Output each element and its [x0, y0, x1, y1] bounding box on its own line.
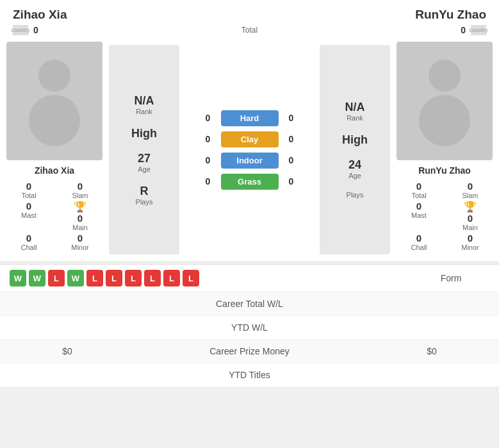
right-age-val: 24	[348, 158, 361, 172]
left-flag-total: country 0	[13, 25, 154, 35]
right-high-val: High	[342, 133, 368, 147]
left-rank-lbl: Rank	[136, 108, 152, 115]
career-total-label: Career Total W/L	[125, 299, 374, 309]
grass-score-left: 0	[202, 176, 215, 187]
prize-right: $0	[374, 346, 489, 356]
right-mast-val: 0	[416, 201, 421, 212]
right-chall-stat: 0 Chall	[397, 233, 441, 251]
names-bar: Zihao Xia RunYu Zhao	[0, 0, 499, 25]
right-player-name: RunYu Zhao	[345, 8, 486, 22]
form-label: Form	[413, 273, 489, 283]
right-slam-lbl: Slam	[462, 192, 478, 199]
prize-money-row: $0 Career Prize Money $0	[0, 339, 499, 363]
ytd-titles-row: YTD Titles	[0, 363, 499, 386]
left-avatar	[6, 42, 102, 160]
left-slam-val: 0	[78, 181, 83, 192]
career-total-row: Career Total W/L	[0, 292, 499, 315]
right-total-val: 0	[416, 181, 421, 192]
right-country-flag: country	[471, 25, 486, 35]
left-mast-lbl: Mast	[21, 212, 37, 219]
left-slam-stat: 0 Slam	[58, 181, 102, 199]
left-total-lbl: Total	[21, 192, 36, 199]
hard-button[interactable]: Hard	[221, 110, 279, 126]
left-age-val: 27	[138, 152, 151, 165]
right-player-name-card: RunYu Zhao	[418, 165, 471, 176]
left-trophy-icon: 🏆	[74, 201, 86, 213]
grass-button[interactable]: Grass	[221, 174, 279, 190]
right-player-card: RunYu Zhao 0 Total 0 Slam 0 Mast	[390, 42, 499, 258]
prize-label: Career Prize Money	[125, 346, 374, 356]
right-age-lbl: Age	[348, 172, 361, 179]
left-minor-stat: 0 Minor	[58, 233, 102, 251]
left-player-name: Zihao Xia	[13, 8, 154, 22]
right-high-stat: High	[342, 133, 368, 147]
left-age-lbl: Age	[138, 165, 151, 173]
top-section: Zihao Xia RunYu Zhao country 0 Total 0 c…	[0, 0, 499, 261]
hard-score-right: 0	[285, 113, 298, 123]
right-main-val: 0	[468, 213, 473, 224]
left-minor-lbl: Minor	[71, 244, 89, 251]
right-main-lbl: Main	[462, 224, 478, 231]
right-chall-val: 0	[416, 233, 421, 244]
left-minor-val: 0	[78, 233, 83, 244]
left-age-stat: 27 Age	[138, 152, 151, 173]
left-high-val: High	[131, 127, 157, 140]
left-mast-val: 0	[26, 201, 31, 212]
right-total-stat: 0 Total	[397, 181, 441, 199]
right-trophy-icon: 🏆	[464, 201, 477, 213]
left-total-score: 0	[33, 25, 38, 35]
court-row-grass: 0 Grass 0	[186, 174, 313, 190]
svg-point-0	[38, 60, 70, 92]
court-row-clay: 0 Clay 0	[186, 131, 313, 147]
right-rank-lbl: Rank	[347, 114, 363, 122]
right-total-score: 0	[461, 25, 466, 35]
left-player-name-card: Zihao Xia	[35, 165, 74, 176]
left-chall-val: 0	[26, 233, 31, 244]
left-main-val: 0	[78, 213, 83, 224]
right-plays-stat: Plays	[347, 191, 364, 199]
right-avatar	[397, 42, 493, 160]
ytd-wl-row: YTD W/L	[0, 315, 499, 339]
badge-2: L	[48, 270, 65, 286]
right-plays-lbl: Plays	[347, 191, 364, 199]
left-plays-val: R	[140, 185, 149, 198]
left-plays-lbl: Plays	[136, 198, 153, 206]
left-rank-stat: N/A Rank	[135, 94, 154, 115]
left-plays-stat: R Plays	[136, 185, 153, 206]
right-minor-val: 0	[468, 233, 473, 244]
right-rank-val: N/A	[345, 101, 365, 114]
clay-button[interactable]: Clay	[221, 131, 279, 147]
left-rank-val: N/A	[135, 94, 154, 108]
right-center-stats: N/A Rank High 24 Age Plays	[320, 45, 390, 254]
court-row-indoor: 0 Indoor 0	[186, 153, 313, 169]
badge-9: L	[183, 270, 199, 286]
hard-score-left: 0	[202, 113, 215, 123]
right-mast-stat: 0 Mast	[397, 201, 441, 231]
left-main-stat: 🏆 0 Main	[58, 201, 102, 231]
courts-section: 0 Hard 0 0 Clay 0 0 Indoor 0 0 Grass	[183, 42, 316, 258]
grass-score-right: 0	[285, 176, 298, 187]
left-mast-stat: 0 Mast	[6, 201, 51, 231]
indoor-score-right: 0	[285, 155, 298, 165]
badge-3: W	[67, 270, 84, 286]
right-total-lbl: Total	[411, 192, 426, 199]
clay-score-left: 0	[202, 134, 215, 144]
clay-score-right: 0	[285, 134, 298, 144]
right-minor-lbl: Minor	[461, 244, 479, 251]
right-player-stats: 0 Total 0 Slam 0 Mast 🏆 0 Main	[397, 181, 493, 251]
right-age-stat: 24 Age	[348, 158, 361, 179]
comparison-block: Zihao Xia 0 Total 0 Slam 0 Mast	[0, 42, 499, 258]
right-mast-lbl: Mast	[411, 212, 427, 219]
badge-6: L	[125, 270, 142, 286]
indoor-button[interactable]: Indoor	[221, 153, 279, 169]
right-rank-stat: N/A Rank	[345, 101, 365, 122]
right-slam-val: 0	[468, 181, 473, 192]
right-main-stat: 🏆 0 Main	[448, 201, 493, 231]
left-main-lbl: Main	[72, 224, 88, 231]
badge-5: L	[106, 270, 122, 286]
left-total-stat: 0 Total	[6, 181, 51, 199]
form-section: W W L W L L L L L L Form	[0, 264, 499, 292]
right-minor-stat: 0 Minor	[448, 233, 493, 251]
left-slam-lbl: Slam	[72, 192, 88, 199]
left-center-stats: N/A Rank High 27 Age R Plays	[109, 45, 179, 254]
